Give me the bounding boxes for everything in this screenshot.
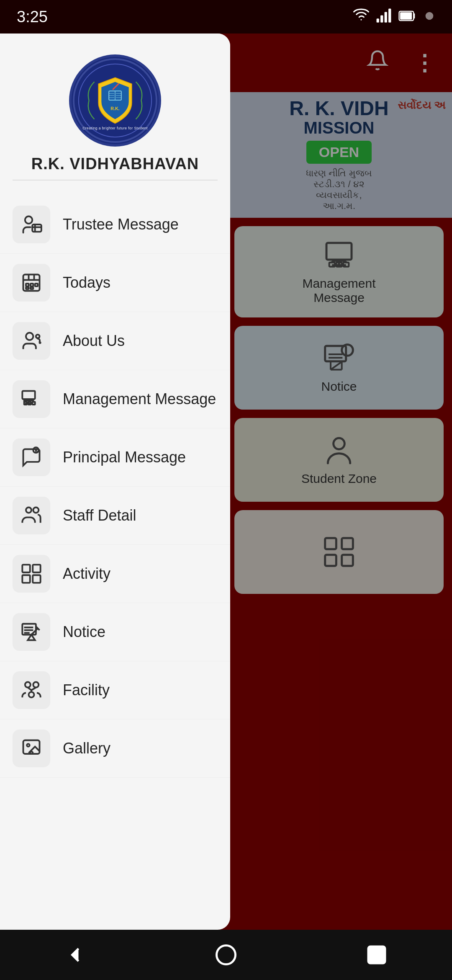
todays-icon-box	[13, 264, 50, 302]
sidebar-item-gallery[interactable]: Gallery	[0, 720, 230, 778]
svg-point-57	[36, 335, 40, 338]
svg-point-85	[33, 682, 39, 688]
activity-label: Activity	[63, 565, 110, 583]
svg-text:Creating a brighter future for: Creating a brighter future for Student	[82, 126, 148, 130]
svg-rect-3	[388, 9, 391, 23]
facility-label: Facility	[63, 681, 110, 699]
activity-icon-box	[13, 555, 50, 593]
svg-rect-53	[35, 284, 38, 286]
svg-rect-54	[26, 287, 29, 289]
svg-rect-59	[22, 391, 35, 400]
sidebar-item-about-us[interactable]: About Us	[0, 312, 230, 370]
svg-point-58	[40, 342, 41, 343]
battery-icon	[398, 8, 417, 26]
svg-line-87	[28, 688, 31, 691]
school-name: R.K. VIDHYABHAVAN	[31, 155, 199, 173]
svg-rect-0	[377, 18, 379, 22]
app-logo: R.K. Creating a brighter future for Stud…	[69, 54, 161, 147]
status-icons	[353, 7, 435, 26]
management-message-label: Management Message	[63, 390, 216, 408]
trustee-message-icon-box	[13, 206, 50, 243]
svg-rect-52	[31, 284, 33, 286]
management-message-icon	[21, 388, 42, 410]
svg-rect-2	[385, 12, 387, 23]
svg-rect-44	[32, 224, 41, 232]
about-us-icon-box	[13, 322, 50, 360]
about-us-icon	[21, 330, 42, 352]
svg-point-72	[26, 508, 31, 513]
home-button[interactable]	[209, 938, 243, 972]
trustee-message-icon	[21, 214, 42, 235]
sidebar-item-todays[interactable]: Todays	[0, 254, 230, 312]
notice-icon-box	[13, 613, 50, 651]
todays-label: Todays	[63, 274, 110, 291]
svg-rect-76	[22, 575, 30, 583]
svg-line-82	[31, 628, 38, 634]
bottom-nav-bar	[0, 930, 452, 980]
svg-point-91	[217, 946, 236, 965]
svg-rect-55	[31, 287, 33, 289]
gallery-label: Gallery	[63, 740, 110, 757]
svg-point-73	[33, 508, 39, 513]
svg-line-88	[31, 688, 36, 691]
about-us-label: About Us	[63, 332, 125, 350]
svg-rect-5	[400, 12, 412, 19]
sidebar-item-activity[interactable]: Activity	[0, 545, 230, 603]
staff-detail-icon	[21, 505, 42, 526]
svg-rect-51	[26, 284, 29, 286]
status-bar: 3:25	[0, 0, 452, 34]
gallery-icon-box	[13, 730, 50, 767]
management-message-icon-box	[13, 380, 50, 418]
signal-icon	[376, 8, 392, 26]
svg-rect-92	[368, 946, 385, 963]
svg-rect-77	[33, 575, 40, 583]
wifi-icon	[353, 7, 369, 26]
sidebar-item-management-message[interactable]: Management Message	[0, 370, 230, 428]
staff-detail-label: Staff Detail	[63, 507, 136, 524]
principal-message-icon	[21, 446, 42, 468]
activity-menu-icon	[21, 563, 42, 585]
navigation-drawer: R.K. Creating a brighter future for Stud…	[0, 34, 230, 930]
notice-menu-icon	[21, 621, 42, 643]
gallery-icon	[21, 738, 42, 759]
status-time: 3:25	[17, 8, 48, 26]
facility-icon	[21, 679, 42, 701]
trustee-message-label: Trustee Message	[63, 216, 179, 233]
svg-point-84	[25, 682, 31, 688]
svg-point-6	[426, 12, 434, 20]
staff-detail-icon-box	[13, 497, 50, 534]
svg-point-90	[27, 744, 30, 747]
sidebar-item-trustee-message[interactable]: Trustee Message	[0, 196, 230, 254]
facility-icon-box	[13, 671, 50, 709]
notification-dot-icon	[424, 10, 435, 23]
sidebar-item-principal-message[interactable]: Principal Message	[0, 428, 230, 487]
svg-point-71	[36, 451, 36, 451]
sidebar-item-facility[interactable]: Facility	[0, 661, 230, 720]
principal-message-icon-box	[13, 438, 50, 476]
logo-svg: R.K. Creating a brighter future for Stud…	[72, 57, 159, 144]
svg-point-43	[25, 217, 32, 224]
svg-point-86	[29, 692, 34, 697]
header-divider	[13, 180, 218, 181]
todays-icon	[21, 272, 42, 294]
svg-rect-75	[33, 565, 40, 572]
svg-point-56	[26, 333, 33, 340]
sidebar-item-notice[interactable]: Notice	[0, 603, 230, 661]
notice-label: Notice	[63, 623, 105, 641]
drawer-header: R.K. Creating a brighter future for Stud…	[0, 34, 230, 196]
sidebar-item-staff-detail[interactable]: Staff Detail	[0, 487, 230, 545]
recent-apps-button[interactable]	[360, 938, 393, 972]
principal-message-label: Principal Message	[63, 449, 186, 466]
back-button[interactable]	[59, 938, 92, 972]
svg-text:R.K.: R.K.	[110, 106, 120, 111]
svg-rect-1	[380, 15, 383, 22]
svg-rect-74	[22, 565, 30, 572]
